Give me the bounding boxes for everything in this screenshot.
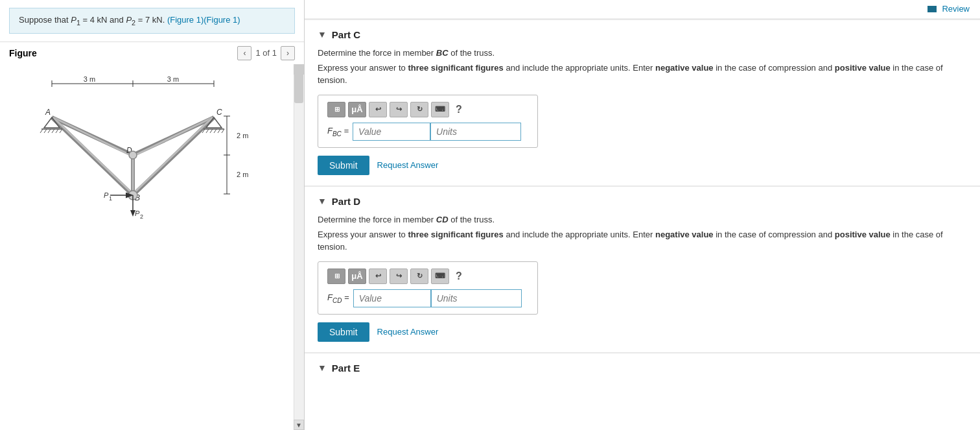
part-c-title: Part C — [332, 29, 360, 40]
svg-line-42 — [218, 129, 220, 133]
part-c-input-row: FBC = — [327, 123, 528, 141]
nav-next-button[interactable]: › — [281, 46, 295, 60]
part-e-collapse[interactable]: ▼ — [318, 363, 327, 373]
svg-point-44 — [129, 151, 137, 159]
svg-line-31 — [44, 129, 47, 133]
svg-line-40 — [210, 129, 213, 133]
part-d-title: Part D — [332, 196, 360, 207]
svg-text:2: 2 — [140, 213, 143, 220]
svg-line-33 — [52, 129, 54, 133]
svg-line-39 — [206, 129, 209, 133]
svg-line-41 — [214, 129, 216, 133]
svg-line-34 — [56, 129, 58, 133]
part-d-label: FCD = — [327, 293, 349, 304]
redo-button-c[interactable]: ↪ — [390, 102, 408, 117]
svg-line-43 — [222, 129, 224, 133]
figure-page: 1 of 1 — [255, 48, 277, 58]
figure-area: 3 m 3 m 2 m 2 m — [0, 64, 304, 430]
part-e-title: Part E — [332, 363, 360, 374]
mu-button-c[interactable]: μÅ — [348, 102, 366, 117]
svg-text:1: 1 — [109, 195, 112, 202]
review-label: Review — [942, 4, 970, 14]
part-d-value-input[interactable] — [353, 289, 431, 307]
part-c-collapse[interactable]: ▼ — [318, 29, 327, 40]
help-button-d[interactable]: ? — [452, 269, 466, 284]
svg-text:C: C — [216, 108, 222, 117]
figure-nav: ‹ 1 of 1 › — [237, 46, 295, 60]
part-c-actions: Submit Request Answer — [318, 156, 967, 175]
kbd-button-d[interactable]: ⌨ — [431, 269, 449, 284]
scroll-down-arrow[interactable]: ▼ — [294, 420, 304, 430]
part-c-request-link[interactable]: Request Answer — [377, 160, 439, 170]
part-e-section: ▼ Part E — [305, 352, 980, 390]
figure-scrollbar[interactable]: ▲ ▼ — [294, 64, 304, 430]
part-d-instruction: Determine the force in member CD of the … — [318, 215, 967, 224]
svg-text:2 m: 2 m — [237, 132, 248, 139]
part-c-toolbar: ⊞ μÅ ↩ ↪ ↻ ⌨ ? — [327, 102, 528, 117]
svg-text:P: P — [135, 209, 140, 217]
info-text: Suppose that P1 = 4 kN and P2 = 7 kN. (F… — [19, 15, 204, 25]
part-c-value-input[interactable] — [353, 123, 430, 141]
part-d-detail: Express your answer to three significant… — [318, 228, 967, 254]
part-d-collapse[interactable]: ▼ — [318, 196, 327, 206]
undo-button-d[interactable]: ↩ — [369, 269, 387, 284]
mu-button-d[interactable]: μÅ — [348, 269, 366, 284]
svg-line-35 — [60, 129, 62, 133]
left-panel: Suppose that P1 = 4 kN and P2 = 7 kN. (F… — [0, 0, 305, 430]
part-c-formula-box: ⊞ μÅ ↩ ↪ ↻ ⌨ ? FBC = — [318, 95, 538, 148]
svg-line-32 — [48, 129, 51, 133]
part-c-header: ▼ Part C — [318, 29, 967, 40]
svg-text:A: A — [45, 108, 51, 117]
part-c-label: FBC = — [327, 126, 349, 137]
svg-text:3 m: 3 m — [167, 75, 179, 83]
right-panel: Review ▼ Part C Determine the force in m… — [305, 0, 980, 430]
part-d-submit-button[interactable]: Submit — [318, 322, 369, 342]
redo-button-d[interactable]: ↪ — [390, 269, 408, 284]
part-d-section: ▼ Part D Determine the force in member C… — [305, 185, 980, 352]
svg-line-23 — [133, 117, 213, 194]
svg-line-30 — [40, 129, 43, 133]
truss-diagram: 3 m 3 m 2 m 2 m — [0, 64, 304, 228]
svg-line-16 — [53, 117, 133, 156]
part-d-formula-box: ⊞ μÅ ↩ ↪ ↻ ⌨ ? FCD = — [318, 261, 538, 315]
part-c-detail: Express your answer to three significant… — [318, 62, 967, 87]
part-d-actions: Submit Request Answer — [318, 322, 967, 342]
figure-title: Figure — [9, 48, 37, 58]
svg-text:3 m: 3 m — [84, 75, 95, 83]
svg-text:P: P — [104, 191, 109, 199]
review-link[interactable]: Review — [928, 4, 970, 14]
review-bar: Review — [305, 0, 980, 19]
matrix-button-d[interactable]: ⊞ — [327, 269, 345, 284]
nav-prev-button[interactable]: ‹ — [237, 46, 251, 60]
scroll-thumb[interactable] — [294, 64, 303, 103]
figure-link[interactable]: (Figure 1) — [167, 15, 204, 25]
undo-button-c[interactable]: ↩ — [369, 102, 387, 117]
svg-line-21 — [53, 117, 133, 194]
part-e-header: ▼ Part E — [318, 363, 967, 374]
part-d-input-row: FCD = — [327, 289, 528, 307]
part-c-submit-button[interactable]: Submit — [318, 156, 369, 175]
part-c-instruction: Determine the force in member BC of the … — [318, 48, 967, 58]
refresh-button-c[interactable]: ↻ — [410, 102, 428, 117]
help-button-c[interactable]: ? — [452, 102, 466, 117]
figure-link[interactable]: (Figure 1) — [204, 15, 240, 25]
svg-text:2 m: 2 m — [237, 171, 248, 178]
part-d-toolbar: ⊞ μÅ ↩ ↪ ↻ ⌨ ? — [327, 269, 528, 284]
part-c-section: ▼ Part C Determine the force in member B… — [305, 19, 980, 185]
review-icon — [928, 6, 937, 12]
part-c-units-input[interactable] — [430, 123, 521, 141]
refresh-button-d[interactable]: ↻ — [410, 269, 428, 284]
part-d-header: ▼ Part D — [318, 196, 967, 207]
part-d-units-input[interactable] — [431, 289, 522, 307]
matrix-button-c[interactable]: ⊞ — [327, 102, 345, 117]
kbd-button-c[interactable]: ⌨ — [431, 102, 449, 117]
figure-header: Figure ‹ 1 of 1 › — [0, 42, 304, 64]
svg-line-17 — [133, 117, 213, 156]
info-box: Suppose that P1 = 4 kN and P2 = 7 kN. (F… — [9, 8, 295, 34]
part-d-request-link[interactable]: Request Answer — [377, 327, 439, 337]
